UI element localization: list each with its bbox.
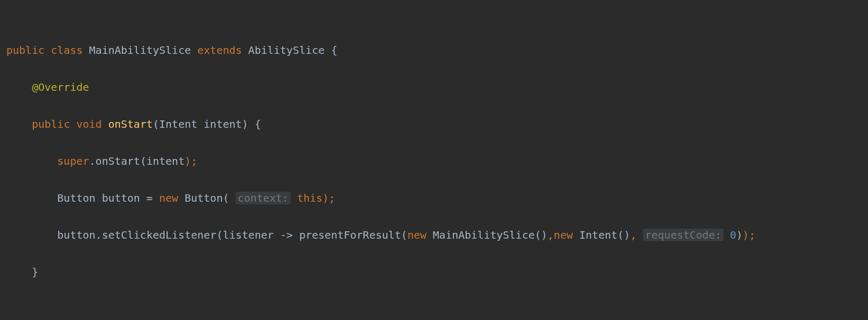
dot: .	[89, 155, 96, 167]
code-line[interactable]: button.setClickedListener(listener -> pr…	[6, 226, 868, 244]
paren-close-semi: );	[743, 229, 755, 241]
var-button: button	[57, 229, 95, 241]
type-intent: Intent	[159, 118, 197, 130]
comma: ,	[630, 229, 636, 241]
code-line[interactable]: public void onStart(Intent intent) {	[6, 115, 868, 134]
paren-open: (	[140, 155, 146, 167]
paren-pair: ()	[617, 229, 630, 241]
keyword-new: new	[554, 229, 573, 241]
code-line[interactable]: Button button = new Button( context: thi…	[6, 189, 868, 208]
call-onStart: onStart	[96, 155, 140, 167]
code-line-blank[interactable]	[6, 300, 868, 318]
arrow: ->	[280, 229, 293, 241]
call-presentForResult: presentForResult	[299, 229, 401, 241]
paren-close-semi: );	[184, 155, 197, 167]
paren-pair: ()	[534, 229, 547, 241]
paren-close: )	[736, 229, 743, 241]
superclass-name: AbilitySlice	[248, 44, 325, 57]
code-editor[interactable]: public class MainAbilitySlice extends Ab…	[0, 0, 868, 320]
keyword-public: public	[32, 118, 70, 130]
class-name: MainAbilitySlice	[89, 44, 191, 57]
ctor-intent: Intent	[579, 229, 617, 241]
code-line[interactable]: @Override	[6, 78, 868, 97]
paren-close: )	[242, 118, 248, 130]
var-button: button	[102, 192, 140, 204]
code-line[interactable]: super.onStart(intent);	[6, 152, 868, 171]
arg-intent: intent	[146, 155, 184, 167]
method-onStart: onStart	[108, 118, 153, 130]
paren-close-semi: );	[322, 192, 335, 204]
call-setClickedListener: setClickedListener	[102, 229, 217, 241]
paren-open: (	[153, 118, 159, 130]
hint-context: context:	[236, 192, 291, 204]
keyword-new: new	[408, 229, 427, 241]
keyword-public: public	[6, 44, 44, 57]
keyword-extends: extends	[197, 44, 242, 57]
code-line[interactable]: public class MainAbilitySlice extends Ab…	[6, 41, 868, 60]
paren-open: (	[216, 229, 223, 241]
keyword-class: class	[51, 44, 82, 57]
assign: =	[146, 192, 153, 204]
brace-open: {	[331, 44, 337, 57]
dot: .	[96, 229, 102, 241]
code-line[interactable]: }	[6, 263, 868, 281]
brace-open: {	[255, 118, 261, 130]
paren-open: (	[401, 229, 408, 241]
paren-open: (	[223, 192, 229, 204]
brace-close: }	[32, 266, 38, 278]
literal-zero: 0	[730, 229, 736, 241]
param-intent: intent	[204, 118, 242, 130]
ctor-mainabilityslice: MainAbilitySlice	[433, 229, 535, 241]
keyword-super: super	[57, 155, 89, 167]
keyword-void: void	[76, 118, 101, 130]
comma: ,	[548, 229, 554, 241]
keyword-new: new	[159, 192, 178, 204]
ctor-button: Button	[184, 192, 223, 204]
hint-requestCode: requestCode:	[643, 229, 724, 241]
keyword-this: this	[297, 192, 322, 204]
param-listener: listener	[223, 229, 273, 241]
type-button: Button	[57, 192, 95, 204]
annotation-override: @Override	[32, 81, 89, 93]
